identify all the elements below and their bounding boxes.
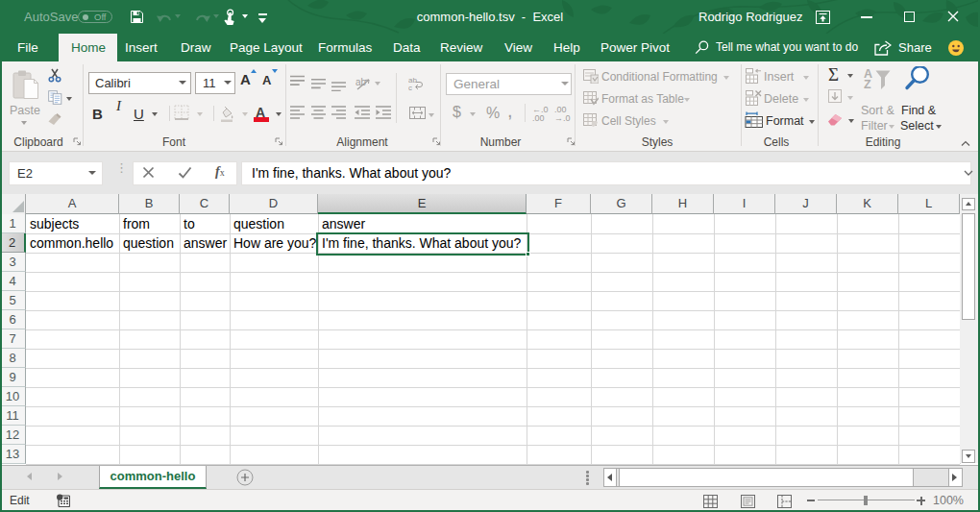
svg-text:c: c bbox=[408, 84, 412, 91]
